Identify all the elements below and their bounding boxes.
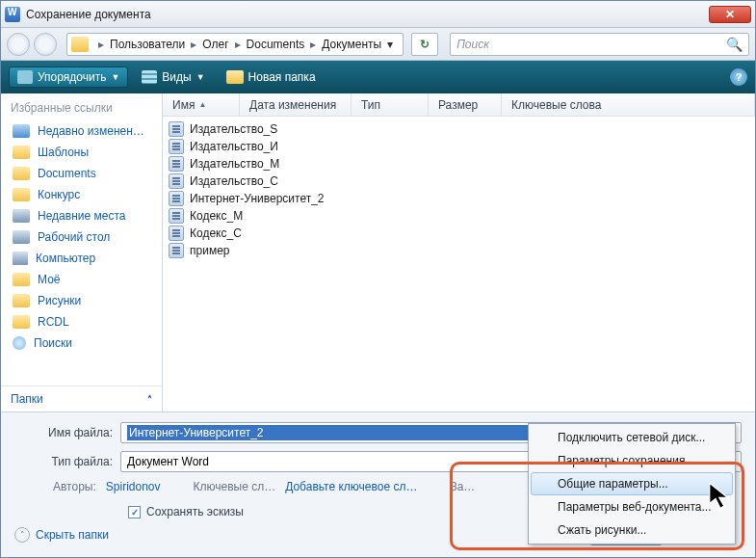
sidebar-item-label: Поиски	[34, 336, 72, 350]
file-name: Издательство_М	[190, 157, 279, 171]
sidebar-item-label: Моё	[38, 273, 60, 286]
chevron-right-icon[interactable]: ▸	[98, 38, 104, 51]
chevron-down-icon: ▼	[111, 72, 119, 82]
sidebar-item-label: RCDL	[38, 315, 69, 329]
save-thumbnails-label: Сохранять эскизы	[146, 505, 244, 518]
sidebar-item-label: Шаблоны	[38, 146, 89, 159]
folders-toggle[interactable]: Папки ˄	[1, 385, 162, 412]
file-name: Кодекс_М	[190, 209, 243, 223]
column-headers: Имя▲ Дата изменения Тип Размер Ключевые …	[163, 93, 755, 117]
document-icon	[169, 208, 184, 224]
document-icon	[169, 226, 184, 241]
folder-icon	[13, 230, 30, 244]
menu-general-options[interactable]: Общие параметры...	[531, 472, 733, 495]
file-item[interactable]: Кодекс_М	[165, 207, 753, 225]
sidebar-item-4[interactable]: Недавние места	[1, 205, 162, 226]
col-date[interactable]: Дата изменения	[240, 93, 352, 116]
sidebar-item-0[interactable]: Недавно изменен…	[1, 120, 162, 142]
chevron-down-icon: ▼	[196, 72, 205, 82]
organize-button[interactable]: Упорядочить ▼	[9, 66, 128, 88]
file-name: пример	[190, 244, 229, 257]
sidebar-item-10[interactable]: Поиски	[1, 332, 162, 354]
nav-forward-button[interactable]	[34, 33, 57, 56]
new-folder-button[interactable]: Новая папка	[219, 67, 324, 87]
folder-icon	[13, 315, 30, 329]
sidebar-item-5[interactable]: Рабочий стол	[1, 226, 162, 248]
document-icon	[169, 156, 184, 172]
refresh-icon: ↻	[420, 38, 430, 51]
titlebar: Сохранение документа ✕	[1, 1, 755, 28]
file-item[interactable]: Издательство_S	[165, 120, 753, 138]
save-thumbnails-checkbox[interactable]: ✓	[128, 506, 141, 518]
chevron-right-icon[interactable]: ▸	[310, 38, 316, 51]
dialog-body: Избранные ссылки Недавно изменен…Шаблоны…	[1, 93, 755, 412]
folder-icon	[13, 146, 30, 159]
sidebar-item-1[interactable]: Шаблоны	[1, 142, 162, 163]
hide-folders-button[interactable]: ˄ Скрыть папки	[14, 527, 109, 543]
menu-save-options[interactable]: Параметры сохранения...	[531, 449, 733, 472]
menu-map-drive[interactable]: Подключить сетевой диск...	[531, 426, 733, 449]
sidebar-item-label: Недавние места	[38, 209, 125, 223]
crumb-documents[interactable]: Documents	[247, 38, 305, 51]
sidebar: Избранные ссылки Недавно изменен…Шаблоны…	[1, 93, 163, 412]
help-button[interactable]: ?	[730, 68, 747, 86]
file-name: Кодекс_С	[190, 226, 242, 240]
chevron-right-icon[interactable]: ▸	[235, 38, 241, 51]
sidebar-item-9[interactable]: RCDL	[1, 311, 162, 332]
sidebar-item-3[interactable]: Конкурс	[1, 184, 162, 205]
za-label: За…	[450, 480, 475, 493]
file-item[interactable]: Издательство_С	[165, 173, 753, 190]
sidebar-item-7[interactable]: Моё	[1, 269, 162, 290]
menu-compress-pictures[interactable]: Сжать рисунки...	[531, 518, 733, 542]
sidebar-item-8[interactable]: Рисунки	[1, 290, 162, 311]
folder-icon	[13, 209, 30, 223]
organize-icon	[17, 70, 33, 84]
file-name: Издательство_И	[190, 140, 278, 153]
folder-icon	[13, 124, 30, 138]
crumb-folder[interactable]: Документы	[322, 38, 381, 51]
refresh-button[interactable]: ↻	[411, 33, 438, 56]
hide-folders-label: Скрыть папки	[36, 528, 109, 542]
word-app-icon	[5, 7, 20, 22]
file-item[interactable]: пример	[165, 242, 753, 259]
breadcrumb-dropdown[interactable]: ▾	[381, 38, 399, 51]
sidebar-section-title: Избранные ссылки	[1, 93, 162, 120]
file-item[interactable]: Интернет-Университет_2	[165, 190, 753, 207]
document-icon	[169, 191, 184, 206]
new-folder-label: Новая папка	[248, 70, 316, 84]
breadcrumb[interactable]: ▸ Пользователи ▸ Олег ▸ Documents ▸ Доку…	[66, 33, 404, 56]
crumb-user[interactable]: Олег	[202, 38, 228, 51]
address-bar: ▸ Пользователи ▸ Олег ▸ Documents ▸ Доку…	[1, 28, 755, 61]
sidebar-item-2[interactable]: Documents	[1, 163, 162, 184]
search-input[interactable]: Поиск 🔍	[450, 33, 749, 56]
close-button[interactable]: ✕	[709, 6, 751, 23]
file-item[interactable]: Издательство_И	[165, 138, 753, 155]
col-size[interactable]: Размер	[429, 93, 502, 116]
file-item[interactable]: Издательство_М	[165, 155, 753, 173]
col-keywords[interactable]: Ключевые слова	[502, 93, 755, 116]
nav-back-button[interactable]	[7, 33, 30, 56]
folder-icon	[71, 37, 89, 52]
authors-value[interactable]: Spiridonov	[106, 480, 161, 493]
keywords-add[interactable]: Добавьте ключевое сл…	[285, 480, 417, 493]
folder-icon	[226, 70, 244, 84]
col-type[interactable]: Тип	[352, 93, 429, 116]
folder-icon	[13, 273, 30, 286]
sidebar-item-label: Рисунки	[38, 294, 81, 307]
sidebar-item-6[interactable]: Компьютер	[1, 248, 162, 269]
chevron-up-icon: ˄	[147, 394, 152, 405]
authors-label: Авторы:	[53, 480, 96, 493]
keywords-label: Ключевые сл…	[194, 480, 276, 493]
document-icon	[169, 243, 184, 258]
folder-icon	[13, 252, 28, 265]
views-button[interactable]: Виды ▼	[134, 67, 212, 87]
menu-web-options[interactable]: Параметры веб-документа...	[531, 495, 733, 518]
organize-label: Упорядочить	[38, 70, 106, 84]
file-item[interactable]: Кодекс_С	[165, 225, 753, 242]
folder-icon	[13, 167, 30, 180]
col-name[interactable]: Имя▲	[163, 93, 240, 116]
filetype-label: Тип файла:	[14, 455, 120, 468]
crumb-users[interactable]: Пользователи	[110, 38, 185, 51]
toolbar: Упорядочить ▼ Виды ▼ Новая папка ?	[1, 61, 755, 93]
chevron-right-icon[interactable]: ▸	[191, 38, 196, 51]
